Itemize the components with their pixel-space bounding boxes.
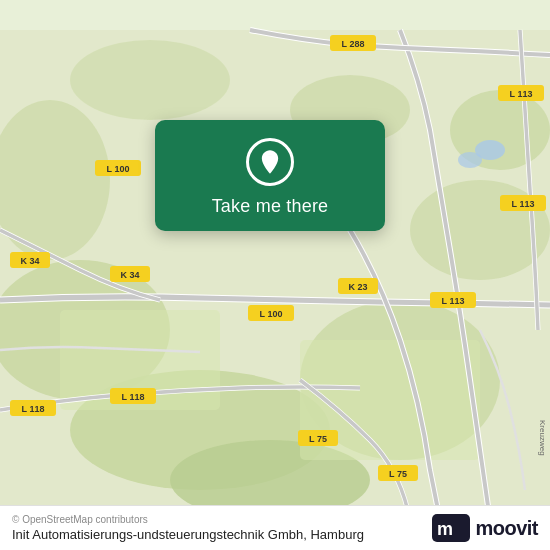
pin-icon: [256, 148, 284, 176]
location-name: Init Automatisierungs-undsteuerungstechn…: [12, 527, 364, 542]
map-container: L 288 L 100 L 113 L 113 K 34 K 34 K 23 L…: [0, 0, 550, 550]
location-popup[interactable]: Take me there: [155, 120, 385, 231]
svg-point-14: [458, 152, 482, 168]
svg-text:L 118: L 118: [22, 404, 45, 414]
svg-text:L 75: L 75: [309, 434, 327, 444]
svg-text:K 34: K 34: [20, 256, 39, 266]
moovit-logo: m moovit: [432, 514, 538, 542]
osm-attribution: © OpenStreetMap contributors: [12, 514, 364, 525]
svg-text:K 23: K 23: [348, 282, 367, 292]
svg-text:L 113: L 113: [442, 296, 465, 306]
svg-text:L 100: L 100: [107, 164, 130, 174]
location-info: © OpenStreetMap contributors Init Automa…: [12, 514, 364, 542]
bottom-bar: © OpenStreetMap contributors Init Automa…: [0, 505, 550, 550]
svg-text:K 34: K 34: [120, 270, 139, 280]
svg-text:L 113: L 113: [512, 199, 535, 209]
svg-text:L 75: L 75: [389, 469, 407, 479]
svg-text:L 100: L 100: [260, 309, 283, 319]
svg-text:L 288: L 288: [342, 39, 365, 49]
svg-text:Kreuzweg: Kreuzweg: [538, 420, 547, 456]
popup-label: Take me there: [212, 196, 329, 217]
svg-point-8: [70, 40, 230, 120]
moovit-logo-icon: m: [432, 514, 470, 542]
svg-text:L 118: L 118: [122, 392, 145, 402]
map-background: L 288 L 100 L 113 L 113 K 34 K 34 K 23 L…: [0, 0, 550, 550]
svg-text:L 113: L 113: [510, 89, 533, 99]
location-pin: [246, 138, 294, 186]
svg-text:m: m: [437, 519, 453, 539]
